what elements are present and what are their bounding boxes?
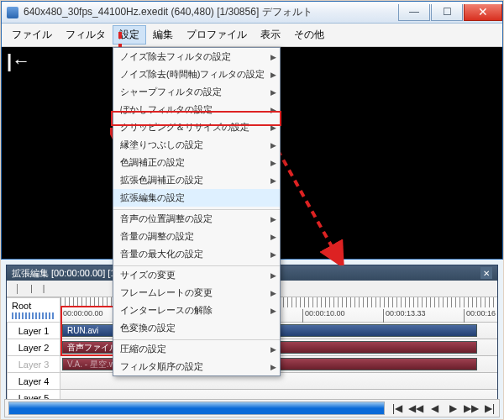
app-icon — [7, 7, 18, 18]
layer-label[interactable]: Layer 1 — [7, 323, 60, 339]
layer-label[interactable]: Layer 3 — [7, 356, 60, 373]
submenu-caret-icon: ▶ — [270, 106, 276, 114]
layer-label[interactable]: Layer 2 — [7, 339, 60, 356]
settings-dropdown: ノイズ除去フィルタの設定▶ノイズ除去(時間軸)フィルタの設定▶シャープフィルタの… — [113, 47, 281, 376]
ruler-tick: 00:00:16 — [464, 309, 496, 323]
submenu-caret-icon: ▶ — [270, 176, 276, 185]
dropdown-item[interactable]: 色調補正の設定▶ — [113, 154, 280, 171]
ruler-tick: 00:00:13.33 — [383, 309, 426, 323]
menu-ファイル[interactable]: ファイル — [5, 25, 59, 45]
submenu-caret-icon: ▶ — [270, 289, 276, 297]
layer-label[interactable]: Layer 4 — [7, 373, 60, 390]
submenu-caret-icon: ▶ — [270, 307, 276, 315]
menu-bar: ファイルフィルタ設定編集プロファイル表示その他 — [2, 24, 502, 47]
transport-button[interactable]: ◀◀ — [407, 399, 425, 417]
submenu-caret-icon: ▶ — [270, 123, 276, 132]
dropdown-item[interactable]: フィルタ順序の設定▶ — [113, 358, 280, 375]
dropdown-item[interactable]: サイズの変更▶ — [113, 266, 280, 284]
transport-button[interactable]: ▶| — [480, 399, 499, 417]
transport-button[interactable]: ▶▶ — [462, 399, 480, 417]
menu-フィルタ[interactable]: フィルタ — [59, 25, 113, 45]
submenu-caret-icon: ▶ — [270, 233, 276, 241]
minimize-button[interactable]: — — [398, 4, 430, 21]
dropdown-item[interactable]: ノイズ除去(時間軸)フィルタの設定▶ — [113, 66, 280, 83]
submenu-caret-icon: ▶ — [270, 53, 276, 61]
backarrow-icon: |← — [7, 50, 30, 72]
menu-設定[interactable]: 設定 — [113, 25, 146, 45]
dropdown-item[interactable]: フレームレートの変更▶ — [113, 284, 280, 302]
submenu-caret-icon: ▶ — [270, 345, 276, 354]
transport-button[interactable]: ▶ — [444, 399, 462, 417]
play-bar: |◀◀◀◀▶▶▶▶| — [4, 399, 500, 417]
ruler-tick: 00:00:10.00 — [302, 309, 345, 323]
submenu-caret-icon: ▶ — [270, 271, 276, 280]
maximize-button[interactable]: ☐ — [431, 4, 463, 21]
submenu-caret-icon: ▶ — [270, 363, 276, 371]
submenu-caret-icon: ▶ — [270, 159, 276, 167]
timeline-close-button[interactable]: ✕ — [480, 267, 492, 279]
dropdown-item[interactable]: 音量の調整の設定▶ — [113, 228, 280, 245]
main-window: 640x480_30fps_44100Hz.exedit (640,480) [… — [1, 1, 503, 260]
submenu-caret-icon: ▶ — [270, 88, 276, 97]
root-label[interactable]: Root — [7, 297, 60, 323]
progress-bar[interactable] — [8, 402, 385, 415]
menu-その他[interactable]: その他 — [287, 25, 331, 45]
dropdown-item[interactable]: 音声の位置調整の設定▶ — [113, 210, 280, 228]
video-preview: |← ノイズ除去フィルタの設定▶ノイズ除去(時間軸)フィルタの設定▶シャープフィ… — [2, 47, 502, 259]
transport-button[interactable]: ◀ — [425, 399, 444, 417]
submenu-caret-icon: ▶ — [270, 250, 276, 259]
menu-編集[interactable]: 編集 — [146, 25, 180, 45]
transport-button[interactable]: |◀ — [388, 399, 407, 417]
dropdown-item[interactable]: ぼかしフィルタの設定▶ — [113, 101, 280, 118]
menu-表示[interactable]: 表示 — [254, 25, 287, 45]
dropdown-item[interactable]: 色変換の設定 — [113, 319, 280, 337]
submenu-caret-icon: ▶ — [270, 141, 276, 150]
close-button[interactable]: ✕ — [464, 4, 502, 21]
dropdown-item[interactable]: 圧縮の設定▶ — [113, 340, 280, 358]
dropdown-item[interactable]: 拡張色調補正の設定▶ — [113, 171, 280, 189]
dropdown-item[interactable]: ノイズ除去フィルタの設定▶ — [113, 48, 280, 66]
window-title: 640x480_30fps_44100Hz.exedit (640,480) [… — [24, 5, 397, 19]
dropdown-item[interactable]: クリッピング＆リサイズの設定▶ — [113, 118, 280, 136]
dropdown-item[interactable]: 拡張編集の設定 — [113, 189, 280, 207]
menu-プロファイル[interactable]: プロファイル — [180, 25, 254, 45]
title-bar: 640x480_30fps_44100Hz.exedit (640,480) [… — [2, 2, 502, 24]
dropdown-item[interactable]: 縁塗りつぶしの設定▶ — [113, 136, 280, 154]
submenu-caret-icon: ▶ — [270, 71, 276, 79]
ruler-tick: 00:00:00.00 — [60, 309, 103, 323]
dropdown-item[interactable]: 音量の最大化の設定▶ — [113, 245, 280, 263]
root-indicator-icon — [12, 312, 55, 319]
dropdown-item[interactable]: インターレースの解除▶ — [113, 302, 280, 319]
dropdown-item[interactable]: シャープフィルタの設定▶ — [113, 83, 280, 101]
submenu-caret-icon: ▶ — [270, 215, 276, 223]
